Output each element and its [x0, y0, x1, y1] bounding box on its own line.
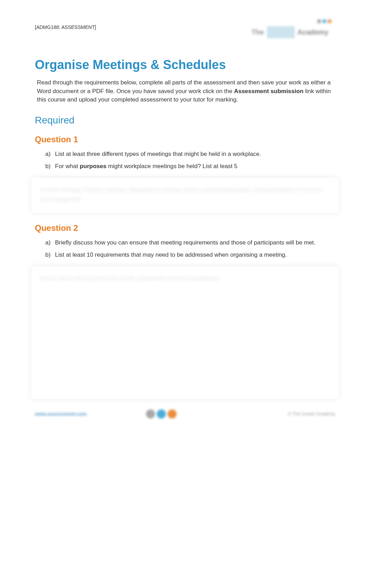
question-1-list: a) List at least three different types o… [35, 150, 335, 171]
q1-item-b: b) For what purposes might workplace mee… [45, 162, 335, 171]
list-marker: a) [45, 150, 55, 159]
answer-box-1: a) Work meetings, Purpose meetings, Mana… [31, 178, 339, 213]
blurred-answer-2: Ensure venue and resources that are the … [40, 273, 330, 283]
page-title: Organise Meetings & Schedules [35, 58, 335, 72]
course-code: [ADMG188: ASSESSMENT] [35, 24, 96, 30]
list-text: For what purposes might workplace meetin… [55, 162, 335, 171]
blurred-answer-1: a) Work meetings, Purpose meetings, Mana… [40, 185, 330, 204]
list-text: List at least 10 requirements that may n… [55, 250, 335, 259]
list-marker: b) [45, 162, 55, 171]
question-2-title: Question 2 [35, 223, 335, 233]
q2-item-a: a) Briefly discuss how you can ensure th… [45, 238, 335, 247]
list-text: List at least three different types of m… [55, 150, 335, 159]
answer-box-2: Ensure venue and resources that are the … [31, 266, 339, 399]
required-heading: Required [35, 115, 335, 126]
footer-logo-dots [146, 409, 177, 419]
brand-logo: The Academy [252, 17, 335, 44]
document-footer: www.assessment.com © The Career Academy [35, 409, 335, 419]
document-header: [ADMG188: ASSESSMENT] The Academy [35, 17, 335, 44]
intro-paragraph: Read through the requirements below, com… [35, 78, 335, 104]
list-marker: a) [45, 238, 55, 247]
footer-url: www.assessment.com [35, 411, 87, 417]
list-text: Briefly discuss how you can ensure that … [55, 238, 335, 247]
footer-copyright: © The Career Academy [288, 411, 335, 416]
q1-item-a: a) List at least three different types o… [45, 150, 335, 159]
question-2-list: a) Briefly discuss how you can ensure th… [35, 238, 335, 259]
question-1-title: Question 1 [35, 135, 335, 144]
q2-item-b: b) List at least 10 requirements that ma… [45, 250, 335, 259]
intro-bold: Assessment submission [234, 88, 303, 95]
list-marker: b) [45, 250, 55, 259]
